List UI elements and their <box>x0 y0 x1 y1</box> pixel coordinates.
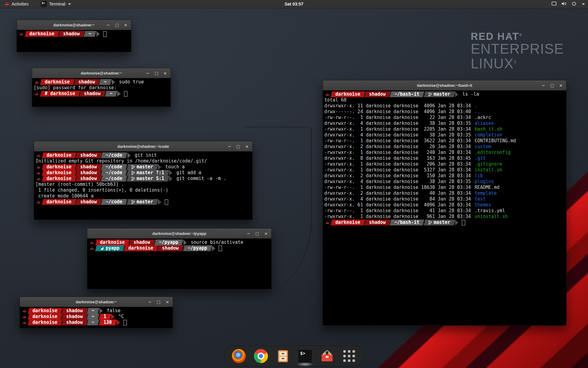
terminal-output-text: total 68 <box>323 97 346 103</box>
redhat-prompt-icon <box>22 320 27 325</box>
chrome-icon[interactable] <box>254 349 268 363</box>
prompt-segment: ~ <box>87 314 99 320</box>
titlebar[interactable]: darknoise@shadow:~ − □ × <box>17 20 131 30</box>
close-button[interactable]: × <box>124 23 127 27</box>
terminal-window-home-2[interactable]: darknoise@shadow:~ − □ × darknoiseshadow… <box>20 297 173 328</box>
window-title: darknoise@shadow:~ <box>53 23 94 27</box>
app-menu-terminal[interactable]: $> Terminal <box>39 0 73 8</box>
redhat-prompt-icon <box>34 91 39 97</box>
terminal-output-text: drwxrwxr-x. 4 darknoise darknoise 84 Jan… <box>323 196 474 202</box>
redhat-prompt-icon <box>325 91 330 97</box>
titlebar[interactable]: darknoise@shadow:~ − □ × <box>20 297 173 307</box>
prompt-segment: ~/code <box>101 176 127 182</box>
titlebar[interactable]: darknoise@shadow:~/pyapp − □ × <box>87 228 271 239</box>
terminal-line: drwxrwxr-x. 2 darknoise darknoise 40 Jan… <box>323 190 566 196</box>
terminal-content[interactable]: darknoiseshadow~/bash-itmasterls -latota… <box>323 90 566 225</box>
close-button[interactable]: × <box>264 232 268 236</box>
terminal-line: Initialized empty Git repository in /hom… <box>35 158 252 164</box>
maximize-button[interactable]: □ <box>550 83 554 87</box>
terminal-line: darknoiseshadow~ <box>17 31 130 37</box>
firefox-icon[interactable] <box>232 349 246 363</box>
terminal-line: darknoiseshadow~1^C <box>21 314 172 320</box>
prompt-segment: master <box>126 164 158 170</box>
prompt-segment: master ?:1 <box>126 170 169 176</box>
terminal-window-bash-it[interactable]: darknoise@shadow:~/bash-it − □ × darknoi… <box>322 80 567 326</box>
prompt-segment: ~/code <box>101 152 127 158</box>
minimize-button[interactable]: − <box>247 232 250 236</box>
git-branch-icon <box>428 92 432 97</box>
terminal-output-text: .. <box>474 109 480 115</box>
maximize-button[interactable]: □ <box>255 232 259 236</box>
minimize-button[interactable]: − <box>148 300 152 304</box>
prompt-segment: darknoise <box>42 176 76 182</box>
minimize-button[interactable]: − <box>228 144 231 148</box>
prompt-arrow-icon <box>158 199 161 205</box>
app-grid-icon[interactable] <box>342 349 356 363</box>
prompt-segment: ~/code <box>101 164 127 170</box>
window-title: darknoise@shadow:~ <box>81 71 122 75</box>
titlebar[interactable]: darknoise@shadow:~ − □ × <box>32 68 171 78</box>
close-button[interactable]: × <box>559 83 563 87</box>
prompt-segment: darknoise <box>25 31 59 37</box>
terminal-app-icon: $> <box>41 1 47 7</box>
terminal-line: -rw-rw-r--. 1 darknoise darknoise 18630 … <box>323 185 566 190</box>
minimize-button[interactable]: − <box>146 71 149 75</box>
prompt-segment: ~ <box>99 79 111 85</box>
terminal-line: drwxrwxr-x. 4 darknoise darknoise 38 Jan… <box>323 132 566 138</box>
prompt-segment: ~/code <box>101 170 127 176</box>
toolbox-icon[interactable] <box>320 349 334 363</box>
close-button[interactable]: × <box>245 144 249 148</box>
terminal-output-text: bash_it.sh <box>474 126 502 132</box>
redhat-prompt-icon <box>36 164 41 170</box>
terminal-window-home-1[interactable]: darknoise@shadow:~ − □ × darknoiseshadow… <box>17 20 131 52</box>
prompt-segment: master <box>424 91 455 97</box>
prompt-segment: shadow <box>76 164 102 170</box>
terminal-line: -rwxrwxr-x. 1 darknoise darknoise 206 Ja… <box>323 161 566 167</box>
terminal-icon[interactable]: $> <box>298 349 312 363</box>
terminal-content[interactable]: darknoiseshadow~ <box>17 30 131 37</box>
display-icon <box>552 2 556 6</box>
terminal-window-pyapp[interactable]: darknoise@shadow:~/pyapp − □ × darknoise… <box>87 228 272 289</box>
prompt-segment: ~/pyapp <box>183 245 212 251</box>
terminal-output-text: uninstall.sh <box>474 214 508 220</box>
close-button[interactable]: × <box>166 300 169 304</box>
terminal-content[interactable]: darknoiseshadow~/codegit initInitialized… <box>34 151 252 205</box>
terminal-content[interactable]: darknoiseshadow~sudo true[sudo] password… <box>32 78 171 97</box>
prompt-arrow-icon <box>169 176 172 182</box>
activities-button[interactable]: Activities <box>2 0 30 8</box>
terminal-window-code[interactable]: darknoise@shadow:~/code − □ × darknoises… <box>34 141 253 220</box>
prompt-arrow-icon <box>100 308 103 314</box>
prompt-arrow-icon <box>117 320 120 325</box>
terminal-line: drwxrwxr-x. 2 darknoise darknoise 26 Jan… <box>323 144 566 150</box>
system-status-area[interactable] <box>552 0 585 8</box>
titlebar[interactable]: darknoise@shadow:~/bash-it − □ × <box>323 80 566 90</box>
clock[interactable]: Sat 03:57 <box>285 2 303 6</box>
minimize-button[interactable]: − <box>542 83 545 87</box>
minimize-button[interactable]: − <box>107 23 110 27</box>
terminal-line: [sudo] password for darknoise: <box>33 85 170 91</box>
terminal-content[interactable]: darknoiseshadow~/pyappsource bin/activat… <box>87 239 271 251</box>
maximize-button[interactable]: □ <box>115 23 119 27</box>
power-icon <box>572 1 576 7</box>
terminal-content[interactable]: darknoiseshadow~falsedarknoiseshadow~1^C… <box>20 307 173 325</box>
redhat-prompt-icon <box>36 199 41 205</box>
terminal-window-sudo[interactable]: darknoise@shadow:~ − □ × darknoiseshadow… <box>32 68 171 107</box>
terminal-output-text: template <box>474 190 497 196</box>
terminal-line: drwxrwxr-x. 11 darknoise darknoise 4096 … <box>323 103 566 109</box>
prompt-arrow-icon <box>455 220 458 225</box>
terminal-line: # darknoiseshadow~ <box>33 91 170 97</box>
terminal-line: -rwxrwxr-x. 1 darknoise darknoise 240 Ja… <box>323 150 566 155</box>
git-branch-icon <box>131 171 135 175</box>
maximize-button[interactable]: □ <box>157 300 160 304</box>
titlebar[interactable]: darknoise@shadow:~/code − □ × <box>34 141 252 151</box>
terminal-output-text: 1 file changed, 0 insertions(+), 0 delet… <box>35 187 168 193</box>
maximize-button[interactable]: □ <box>155 71 158 75</box>
close-button[interactable]: × <box>164 71 167 75</box>
terminal-output-text: -rwxrwxr-x. 1 darknoise darknoise 2205 J… <box>323 126 474 132</box>
maximize-button[interactable]: □ <box>236 144 240 148</box>
prompt-segment: shadow <box>76 199 102 205</box>
terminal-output-text: aliases <box>474 121 494 126</box>
terminal-cursor <box>462 220 465 225</box>
terminal-line: 1 file changed, 0 insertions(+), 0 delet… <box>35 187 252 193</box>
files-icon[interactable] <box>276 349 290 363</box>
